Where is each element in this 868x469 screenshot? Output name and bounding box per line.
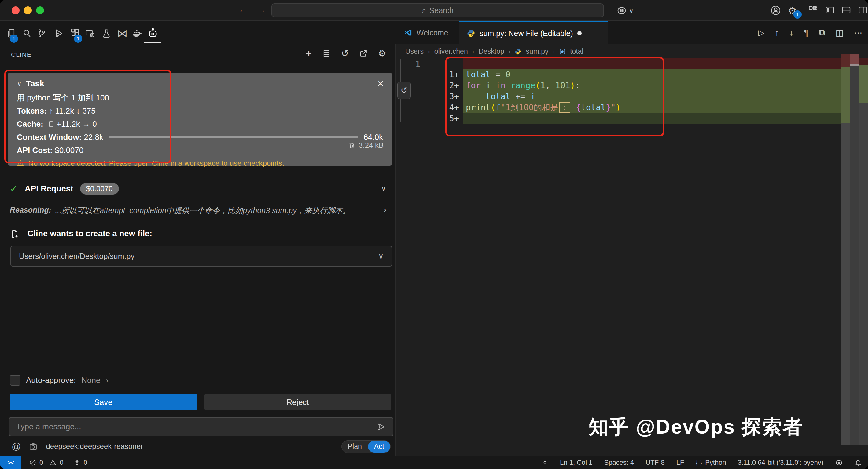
- indentation-status[interactable]: Spaces: 4: [604, 459, 634, 467]
- cache-arrow-icon: →: [82, 119, 90, 129]
- copilot-icon[interactable]: [616, 5, 627, 16]
- run-debug-icon[interactable]: [53, 27, 65, 39]
- customize-layout-icon[interactable]: [807, 5, 818, 15]
- warning-count: 0: [60, 459, 63, 467]
- ports-count: 0: [84, 459, 87, 467]
- navigate-back-icon[interactable]: ←: [237, 4, 249, 15]
- path-chevron-icon[interactable]: ∨: [378, 252, 383, 261]
- cursor-position[interactable]: Ln 1, Col 1: [560, 459, 592, 467]
- task-close-icon[interactable]: ✕: [377, 79, 384, 89]
- toggle-sidebar-icon[interactable]: [825, 5, 835, 15]
- navigate-forward-icon[interactable]: →: [255, 4, 268, 15]
- api-request-chevron-icon[interactable]: ∨: [381, 185, 386, 193]
- auto-approve-checkbox[interactable]: [10, 375, 21, 386]
- new-file-path-box[interactable]: Users/oliver.chen/Desktop/sum.py ∨: [10, 246, 392, 267]
- breadcrumb-item[interactable]: Users: [405, 47, 424, 56]
- bowtie-extension-icon[interactable]: ⋈: [116, 27, 128, 39]
- send-icon[interactable]: [377, 422, 386, 431]
- close-window-button[interactable]: [11, 6, 20, 14]
- run-python-icon[interactable]: ▷: [758, 28, 764, 38]
- auto-approve-row[interactable]: Auto-approve: None ›: [10, 375, 108, 386]
- breadcrumb-separator-icon: ›: [553, 48, 555, 55]
- auto-approve-label: Auto-approve:: [26, 375, 76, 385]
- account-icon[interactable]: [770, 5, 781, 16]
- editor-scrollbar[interactable]: [841, 44, 850, 456]
- task-collapse-icon[interactable]: ∨: [17, 79, 22, 89]
- braces-icon: { }: [695, 459, 702, 467]
- extensions-icon[interactable]: 1: [69, 27, 81, 39]
- open-in-editor-icon[interactable]: [359, 49, 368, 58]
- dirty-indicator-icon[interactable]: [577, 31, 582, 35]
- eol-status[interactable]: LF: [676, 459, 684, 467]
- new-task-icon[interactable]: +: [306, 47, 312, 59]
- api-cost-label: API Cost:: [17, 145, 53, 155]
- reasoning-row[interactable]: Reasoning: ...所以可以在attempt_completion中提供…: [10, 205, 386, 215]
- revert-changes-button[interactable]: ↺: [397, 81, 411, 99]
- remote-indicator[interactable]: ><: [0, 456, 21, 469]
- split-editor-icon[interactable]: ◫: [836, 28, 843, 38]
- breadcrumb[interactable]: Users›oliver.chen›Desktop›sum.py›total: [405, 44, 584, 59]
- cline-toolbar: + ↺ ⚙: [306, 47, 386, 59]
- reasoning-expand-icon[interactable]: ›: [384, 205, 386, 215]
- diff-row: 5+: [434, 113, 868, 124]
- breadcrumb-item[interactable]: sum.py: [526, 47, 548, 56]
- act-toggle[interactable]: Act: [368, 441, 390, 453]
- more-actions-icon[interactable]: ⋯: [854, 28, 863, 38]
- testing-beaker-icon[interactable]: [100, 27, 113, 39]
- delete-task-icon[interactable]: [348, 141, 356, 149]
- encoding-status[interactable]: UTF-8: [646, 459, 664, 467]
- copilot-status-icon[interactable]: [835, 459, 843, 467]
- cline-settings-gear-icon[interactable]: ⚙: [378, 48, 386, 59]
- render-whitespace-icon[interactable]: ¶: [804, 28, 808, 38]
- tokens-down-value: 375: [82, 106, 95, 116]
- diff-line-code: [463, 113, 868, 124]
- source-control-icon[interactable]: [35, 27, 48, 39]
- diff-line-code: for i in range(1, 101):: [463, 80, 868, 91]
- move-down-icon[interactable]: ↓: [789, 28, 794, 38]
- radio-tower-icon: [73, 459, 81, 466]
- api-request-row[interactable]: ✓ API Request $0.0070 ∨: [10, 182, 386, 196]
- minimap-icon[interactable]: ⧉: [819, 28, 825, 38]
- toggle-panel-icon[interactable]: [841, 5, 851, 15]
- maximize-window-button[interactable]: [36, 6, 44, 14]
- api-request-cost-badge: $0.0070: [80, 183, 119, 195]
- mcp-servers-icon[interactable]: [322, 49, 331, 58]
- breadcrumb-item[interactable]: total: [570, 47, 583, 56]
- search-activity-icon[interactable]: [21, 27, 33, 39]
- history-icon[interactable]: ↺: [341, 48, 349, 59]
- explorer-icon[interactable]: 1: [5, 27, 17, 39]
- notifications-bell-icon[interactable]: [855, 459, 862, 466]
- python-interpreter-status[interactable]: 3.11.0 64-bit ('3.11.0': pyenv): [738, 459, 824, 467]
- move-up-icon[interactable]: ↑: [774, 28, 779, 38]
- command-center-search[interactable]: ⌕ Search: [271, 3, 604, 18]
- warning-icon: ⚠: [17, 159, 24, 168]
- settings-gear-icon[interactable]: ⚙ 1: [788, 5, 797, 16]
- model-row: @ deepseek:deepseek-reasoner Plan Act: [11, 440, 391, 453]
- tab-welcome[interactable]: Welcome: [396, 21, 459, 44]
- minimize-window-button[interactable]: [24, 6, 32, 14]
- error-count: 0: [39, 459, 43, 467]
- message-input[interactable]: [16, 422, 377, 431]
- focus-status-icon[interactable]: [541, 459, 548, 466]
- language-status[interactable]: { } Python: [695, 459, 726, 467]
- model-name[interactable]: deepseek:deepseek-reasoner: [46, 442, 143, 451]
- remote-explorer-icon[interactable]: [84, 27, 96, 39]
- copilot-chevron-icon[interactable]: ∨: [629, 7, 633, 15]
- auto-approve-chevron-icon[interactable]: ›: [106, 376, 108, 385]
- diff-line-marker: 2+: [434, 80, 463, 91]
- breadcrumb-item[interactable]: oliver.chen: [434, 47, 468, 56]
- toggle-secondary-sidebar-icon[interactable]: [858, 5, 868, 15]
- problems-status[interactable]: 0 0: [29, 459, 64, 467]
- plan-toggle[interactable]: Plan: [342, 441, 368, 453]
- screenshot-camera-icon[interactable]: [29, 442, 38, 451]
- context-mention-icon[interactable]: @: [11, 441, 21, 451]
- top-band: 1 1: [0, 21, 868, 44]
- cline-robot-icon[interactable]: [147, 27, 159, 39]
- save-button[interactable]: Save: [10, 394, 197, 410]
- tab-sum-py[interactable]: sum.py: New File (Editable): [459, 21, 608, 44]
- reject-button[interactable]: Reject: [205, 394, 391, 410]
- docker-icon[interactable]: [131, 27, 143, 39]
- diff-code-block[interactable]: —1+total = 02+for i in range(1, 101):3+ …: [434, 58, 868, 124]
- ports-status[interactable]: 0: [73, 459, 87, 467]
- breadcrumb-item[interactable]: Desktop: [478, 47, 504, 56]
